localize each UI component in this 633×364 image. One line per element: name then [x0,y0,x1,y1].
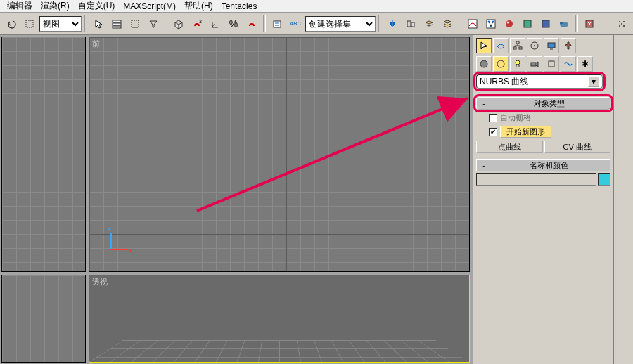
cube-button[interactable] [170,15,187,32]
named-sel-button[interactable] [269,15,286,32]
right-edge-panel [613,35,633,364]
dropdown-arrow-icon: ▾ [588,76,599,87]
svg-rect-9 [407,21,411,27]
select-rect-button[interactable] [127,15,143,32]
viewport-perspective[interactable]: 透视 [89,275,470,363]
color-swatch[interactable] [598,173,610,186]
svg-rect-19 [542,20,549,27]
name-color-rollout[interactable]: - 名称和颜色 [476,159,610,171]
point-curve-button[interactable]: 点曲线 [476,141,543,153]
filter-button[interactable] [145,15,162,32]
display-tab[interactable] [544,38,559,53]
lights-subtab[interactable] [510,56,525,72]
help-icon[interactable] [581,15,598,32]
select-region-button[interactable] [21,15,38,32]
svg-rect-36 [548,43,555,48]
viewport-label-front: 前 [92,39,100,49]
svg-rect-3 [113,26,121,28]
svg-rect-0 [26,20,33,27]
mirror-button[interactable] [384,15,401,32]
svg-point-17 [507,21,509,23]
viewport-front[interactable]: 前 z x [89,37,470,272]
grid [2,275,85,362]
hierarchy-tab[interactable] [510,38,525,53]
svg-text:3: 3 [199,19,202,24]
layer-manager-button[interactable] [439,15,456,32]
menu-customize[interactable]: 自定义(U) [74,0,120,12]
shapes-subtab[interactable] [493,56,509,72]
material-button[interactable] [501,15,518,32]
separator [263,15,266,32]
collapse-icon: - [480,161,488,169]
viewport-area: 前 z x 透视 [0,35,471,364]
grid [2,37,85,271]
svg-rect-21 [560,22,563,24]
nurbs-curve-dropdown[interactable]: NURBS 曲线 ▾ [476,74,603,89]
rollout-title: 对象类型 [491,98,607,109]
spinner-snap-toggle[interactable] [243,15,260,32]
curve-editor-button[interactable] [464,15,481,32]
systems-subtab[interactable]: ✱ [577,56,593,72]
separator [575,15,578,32]
motion-tab[interactable] [527,38,542,53]
command-panel: ✱ NURBS 曲线 ▾ - 对象类型 自动栅格 ✔ 开始新图形 点曲线 CV … [473,35,613,364]
layer-button[interactable] [421,15,437,32]
start-shape-checkbox[interactable]: ✔ [489,128,497,136]
separator [84,15,87,32]
svg-point-29 [621,23,622,25]
select-button[interactable] [90,15,107,32]
select-name-button[interactable] [108,15,125,32]
utilities-tab[interactable] [561,38,576,53]
cv-curve-button[interactable]: CV 曲线 [544,141,611,153]
dropdown-value: NURBS 曲线 [480,76,528,88]
angle-snap-toggle[interactable] [207,15,224,32]
svg-rect-4 [132,20,139,27]
align-button[interactable] [402,15,419,32]
command-tabs-top [476,38,610,53]
svg-point-35 [534,45,535,46]
menu-bar: 编辑器 渲染(R) 自定义(U) MAXScript(M) 帮助(H) Tent… [0,0,633,13]
render-frame-button[interactable] [537,15,554,32]
viewport-top-left[interactable] [1,37,86,272]
object-type-rollout[interactable]: - 对象类型 [476,97,610,110]
create-tab[interactable] [476,38,492,53]
percent-snap-toggle[interactable]: % [225,15,242,32]
quick-render-button[interactable] [556,15,573,32]
separator [378,15,381,32]
menu-editor[interactable]: 编辑器 [3,0,37,12]
svg-rect-32 [513,47,516,49]
viewport-label-perspective: 透视 [92,277,108,287]
cameras-subtab[interactable] [527,56,542,72]
separator [165,15,167,32]
geometry-subtab[interactable] [476,56,492,72]
name-color-row [476,173,610,186]
render-setup-button[interactable] [519,15,536,32]
selection-set-dropdown[interactable]: 创建选择集 [305,16,376,32]
object-name-input[interactable] [476,173,596,186]
viewport-select[interactable]: 视图 [39,16,82,32]
svg-rect-43 [531,63,536,66]
svg-rect-44 [549,61,554,67]
helpers-subtab[interactable] [544,56,559,72]
svg-rect-2 [113,23,121,25]
collapse-icon: - [480,99,488,108]
create-subtabs: ✱ [476,56,610,72]
svg-rect-18 [524,20,531,27]
svg-point-27 [619,25,620,27]
viewport-bottom-left[interactable] [1,275,86,363]
menu-tentacles[interactable]: Tentacles [217,1,262,11]
snap-toggle[interactable]: 3 [188,15,205,32]
menu-render[interactable]: 渲染(R) [37,0,74,12]
undo-button[interactable] [3,15,20,32]
start-shape-label: 开始新图形 [500,126,551,138]
svg-rect-6 [274,21,281,27]
schematic-button[interactable] [482,15,499,32]
menu-help[interactable]: 帮助(H) [180,0,217,12]
menu-maxscript[interactable]: MAXScript(M) [119,1,180,11]
svg-point-16 [506,20,513,27]
abc-button[interactable]: ABC [287,15,304,32]
modify-tab[interactable] [493,38,509,53]
extra-icon[interactable] [613,15,630,32]
auto-grid-label: 自动栅格 [500,112,531,123]
spacewarps-subtab[interactable] [561,56,576,72]
